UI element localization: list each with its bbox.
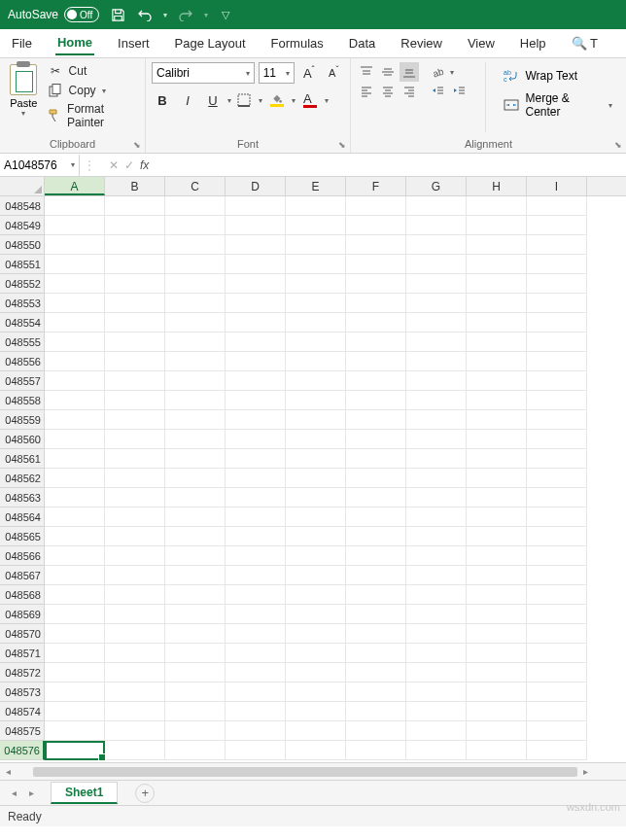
cell[interactable] [527,663,587,682]
row-header[interactable]: 048571 [0,644,45,663]
add-sheet-button[interactable]: + [135,784,155,803]
tab-file[interactable]: File [10,32,34,54]
row-header[interactable]: 048565 [0,527,45,546]
cell[interactable] [226,332,286,352]
cell[interactable] [286,274,346,294]
increase-font-button[interactable]: Aˆ [298,62,319,84]
cell[interactable] [467,546,527,566]
cell[interactable] [226,410,286,430]
cell[interactable] [45,721,105,741]
cell[interactable] [226,469,286,488]
cell[interactable] [286,449,346,469]
cell[interactable] [105,410,165,430]
cell[interactable] [406,605,467,624]
cell[interactable] [165,741,226,760]
underline-dropdown[interactable]: ▾ [227,96,231,105]
row-header[interactable]: 048553 [0,294,45,313]
column-header-I[interactable]: I [527,177,587,195]
cell[interactable] [286,430,346,449]
cell[interactable] [467,294,527,313]
cell[interactable] [467,391,527,410]
cell[interactable] [286,352,346,371]
cell[interactable] [527,294,587,313]
font-size-select[interactable]: 11 ▾ [259,62,295,84]
clipboard-launcher-icon[interactable]: ⬊ [133,140,141,150]
cell[interactable] [45,546,105,566]
cell[interactable] [45,488,105,508]
cell[interactable] [467,644,527,663]
fx-icon[interactable]: fx [140,158,149,172]
cell[interactable] [286,235,346,255]
column-header-E[interactable]: E [286,177,346,195]
cell[interactable] [45,644,105,663]
row-header[interactable]: 048561 [0,449,45,469]
cell[interactable] [165,313,226,332]
tab-review[interactable]: Review [399,32,444,54]
tab-home[interactable]: Home [55,31,94,55]
row-header[interactable]: 048551 [0,255,45,274]
cell[interactable] [406,527,467,546]
scroll-right-icon[interactable]: ▸ [577,766,593,777]
row-header[interactable]: 048572 [0,663,45,682]
cell[interactable] [45,469,105,488]
cell[interactable] [286,469,346,488]
cell[interactable] [286,585,346,605]
cell[interactable] [105,332,165,352]
cell[interactable] [467,449,527,469]
tab-formulas[interactable]: Formulas [269,32,326,54]
cell[interactable] [105,488,165,508]
tell-me-icon[interactable]: 🔍 T [570,32,600,54]
autosave[interactable]: AutoSave Off [8,7,99,22]
cell[interactable] [406,332,467,352]
cell[interactable] [346,527,406,546]
cell[interactable] [406,352,467,371]
row-header[interactable]: 048559 [0,410,45,430]
cell[interactable] [406,255,467,274]
cell[interactable] [226,741,286,760]
row-header[interactable]: 048556 [0,352,45,371]
cell[interactable] [286,313,346,332]
sheet-tab[interactable]: Sheet1 [51,782,118,804]
cell[interactable] [165,235,226,255]
cell[interactable] [226,196,286,216]
cell[interactable] [406,313,467,332]
cell[interactable] [105,391,165,410]
column-header-C[interactable]: C [165,177,226,195]
cell[interactable] [286,605,346,624]
cell[interactable] [45,274,105,294]
cell[interactable] [45,449,105,469]
paste-dropdown-icon[interactable]: ▾ [21,109,25,118]
cell[interactable] [527,274,587,294]
cell[interactable] [105,255,165,274]
cell[interactable] [346,663,406,682]
cell[interactable] [45,682,105,702]
cell[interactable] [467,527,527,546]
cell[interactable] [527,702,587,721]
cell[interactable] [165,371,226,391]
cancel-formula-icon[interactable]: ✕ [109,158,119,172]
cell[interactable] [467,196,527,216]
undo-button[interactable] [136,6,154,23]
cell[interactable] [406,371,467,391]
cell[interactable] [105,527,165,546]
cell[interactable] [467,508,527,527]
cell[interactable] [165,391,226,410]
cell[interactable] [467,274,527,294]
cell[interactable] [346,546,406,566]
cell[interactable] [105,605,165,624]
cell[interactable] [286,624,346,644]
font-color-button[interactable]: A ▾ [301,89,330,111]
cell[interactable] [406,721,467,741]
cell[interactable] [346,352,406,371]
cell[interactable] [467,235,527,255]
cell[interactable] [226,255,286,274]
cell[interactable] [406,566,467,585]
cell[interactable] [527,391,587,410]
cell[interactable] [286,410,346,430]
cell[interactable] [527,216,587,235]
cell[interactable] [527,721,587,741]
cell[interactable] [406,410,467,430]
cell[interactable] [346,469,406,488]
cell[interactable] [406,274,467,294]
cell[interactable] [527,508,587,527]
